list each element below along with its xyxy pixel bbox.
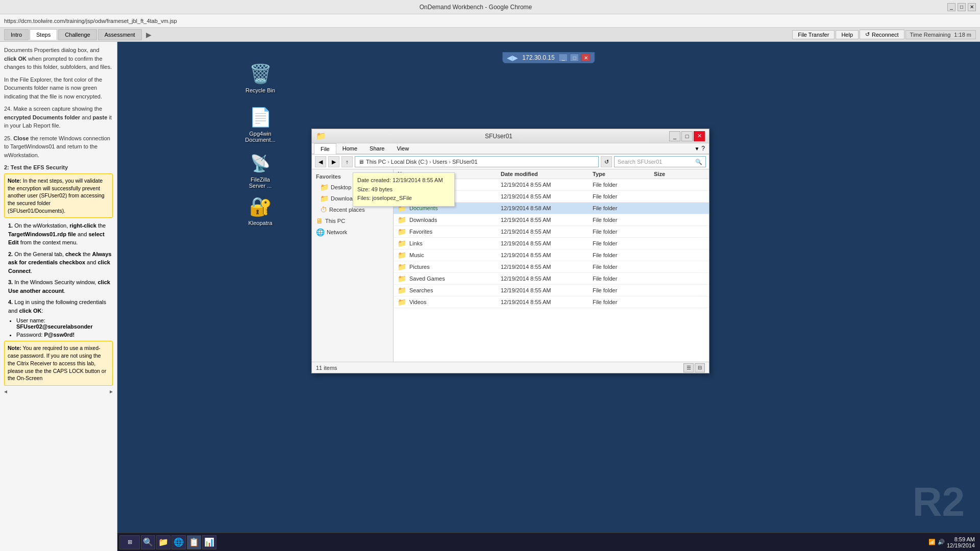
- window-minimize[interactable]: _: [669, 131, 680, 141]
- start-icon: ⊞: [128, 539, 132, 545]
- list-view-btn[interactable]: ☰: [683, 363, 694, 372]
- reconnect-icon: ↺: [865, 31, 870, 38]
- file-row-searches[interactable]: 📁Searches 12/19/2014 8:55 AM File folder: [394, 285, 709, 296]
- file-row-downloads[interactable]: 📁Downloads 12/19/2014 8:55 AM File folde…: [394, 214, 709, 226]
- searches-type: File folder: [593, 287, 654, 293]
- ribbon-tab-view[interactable]: View: [390, 143, 415, 154]
- file-row-music[interactable]: 📁Music 12/19/2014 8:55 AM File folder: [394, 249, 709, 261]
- view-buttons: ☰ ⊟: [683, 363, 705, 372]
- browser-maximize[interactable]: □: [958, 3, 966, 11]
- file-row-pictures[interactable]: 📁Pictures 12/19/2014 8:55 AM File folder: [394, 261, 709, 273]
- address-breadcrumb[interactable]: 🖥 This PC › Local Disk (C:) › Users › SF…: [355, 156, 599, 167]
- breadcrumb-users[interactable]: Users: [433, 159, 448, 165]
- ribbon-expand-icon[interactable]: ▼: [694, 146, 699, 152]
- tab-steps[interactable]: Steps: [30, 29, 57, 40]
- contacts-type: File folder: [593, 182, 654, 188]
- browser-titlebar: OnDemand Workbench - Google Chrome _ □ ✕: [0, 0, 980, 14]
- file-list: Name ▲ Date modified Type Size 📁Contacts…: [394, 169, 709, 362]
- col-date[interactable]: Date modified: [501, 171, 593, 177]
- explorer-addressbar: ◀ ▶ ↑ 🖥 This PC › Local Disk (C:) › User…: [312, 155, 709, 169]
- taskbar-file-explorer[interactable]: 📁: [156, 535, 170, 549]
- taskbar-search[interactable]: 🔍: [141, 535, 155, 549]
- ribbon-tab-file[interactable]: File: [314, 143, 336, 154]
- tray-sound-icon: 🔊: [938, 539, 945, 545]
- rdp-restore[interactable]: □: [570, 54, 579, 62]
- nav-this-pc-icon: 🖥: [316, 217, 323, 225]
- taskbar-tray: 📶 🔊 8:59 AM 12/19/2014: [925, 536, 978, 548]
- explorer-content: Favorites 📁 Desktop 📁 Downloads ⏱ Recent…: [312, 169, 709, 362]
- search-box[interactable]: Search SFUser01 🔍: [614, 156, 706, 167]
- scroll-arrows[interactable]: ◄ ►: [2, 388, 115, 395]
- file-row-favorites[interactable]: 📁Favorites 12/19/2014 8:55 AM File folde…: [394, 226, 709, 238]
- scroll-left[interactable]: ◄: [3, 389, 8, 394]
- favorites-folder-icon: 📁: [398, 228, 406, 236]
- taskbar-task4-icon: 📊: [204, 537, 214, 547]
- help-btn[interactable]: Help: [836, 30, 859, 39]
- saved-games-type: File folder: [593, 276, 654, 282]
- file-row-saved-games[interactable]: 📁Saved Games 12/19/2014 8:55 AM File fol…: [394, 273, 709, 285]
- favorites-name: Favorites: [409, 229, 432, 235]
- taskbar-task4[interactable]: 📊: [202, 535, 216, 549]
- music-type: File folder: [593, 252, 654, 258]
- filezilla-label: FileZilla Server ...: [242, 177, 279, 189]
- scroll-right[interactable]: ►: [109, 389, 114, 394]
- tab-assessment[interactable]: Assessment: [98, 29, 142, 40]
- taskbar: ⊞ 🔍 📁 🌐 📋 📊 📶 🔊 8:59 AM: [117, 533, 980, 551]
- pre-instructions: Documents Properties dialog box, and cli…: [2, 44, 115, 73]
- nav-network[interactable]: 🌐 Network: [312, 227, 393, 238]
- ribbon-tab-share[interactable]: Share: [363, 143, 390, 154]
- videos-type: File folder: [593, 299, 654, 305]
- breadcrumb-this-pc[interactable]: This PC: [366, 159, 386, 165]
- breadcrumb-local-disk[interactable]: Local Disk (C:): [391, 159, 428, 165]
- time-remaining-display: Time Remaining 1:18 m: [905, 30, 976, 39]
- col-size[interactable]: Size: [654, 171, 705, 177]
- browser-addressbar: https://dcm.toolwire.com/training/jsp/od…: [0, 14, 980, 28]
- col-type[interactable]: Type: [593, 171, 654, 177]
- gpg4win-icon[interactable]: 📄 Gpg4win Document...: [240, 103, 281, 145]
- window-close[interactable]: ✕: [694, 131, 705, 141]
- filezilla-icon[interactable]: 📡 FileZilla Server ...: [240, 149, 281, 191]
- ribbon-help-icon[interactable]: ?: [701, 145, 705, 152]
- ribbon-tab-home[interactable]: Home: [336, 143, 363, 154]
- nav-downloads-icon: 📁: [320, 194, 329, 203]
- tab-intro[interactable]: Intro: [4, 29, 29, 40]
- section-header: 2: Test the EFS Security: [2, 161, 115, 171]
- nav-forward[interactable]: ▶: [328, 156, 339, 167]
- pictures-type: File folder: [593, 264, 654, 270]
- downloads-date: 12/19/2014 8:55 AM: [501, 217, 593, 223]
- taskbar-ie[interactable]: 🌐: [172, 535, 186, 549]
- browser-url: https://dcm.toolwire.com/training/jsp/od…: [4, 18, 177, 24]
- reconnect-btn[interactable]: ↺ Reconnect: [860, 30, 904, 39]
- breadcrumb-icon: 🖥: [358, 159, 364, 165]
- taskbar-search-icon: 🔍: [143, 537, 153, 547]
- recycle-bin-icon[interactable]: 🗑️ Recycle Bin: [240, 60, 281, 95]
- browser-minimize[interactable]: _: [947, 3, 955, 11]
- window-maximize[interactable]: □: [681, 131, 693, 141]
- nav-this-pc[interactable]: 🖥 This PC: [312, 215, 393, 227]
- file-transfer-btn[interactable]: File Transfer: [792, 30, 835, 39]
- taskbar-task3[interactable]: 📋: [187, 535, 201, 549]
- taskbar-ie-icon: 🌐: [174, 537, 184, 547]
- file-row-links[interactable]: 📁Links 12/19/2014 8:55 AM File folder: [394, 238, 709, 249]
- file-row-videos[interactable]: 📁Videos 12/19/2014 8:55 AM File folder: [394, 296, 709, 308]
- links-type: File folder: [593, 240, 654, 246]
- videos-date: 12/19/2014 8:55 AM: [501, 299, 593, 305]
- nav-back[interactable]: ◀: [315, 156, 326, 167]
- tab-challenge[interactable]: Challenge: [58, 29, 97, 40]
- breadcrumb-sfuser01[interactable]: SFUser01: [452, 159, 478, 165]
- music-folder-icon: 📁: [398, 251, 406, 259]
- rdp-minimize[interactable]: _: [559, 54, 568, 62]
- username-item: User name: SFUser02@securelabsonder: [16, 316, 115, 331]
- rdp-close[interactable]: ✕: [581, 54, 591, 62]
- browser-close[interactable]: ✕: [968, 3, 976, 11]
- nav-up[interactable]: ↑: [341, 156, 353, 167]
- start-btn[interactable]: ⊞: [119, 535, 140, 549]
- nav-refresh[interactable]: ↺: [601, 156, 612, 167]
- window-folder-icon: 📁: [316, 131, 326, 141]
- detail-view-btn[interactable]: ⊟: [695, 363, 705, 372]
- kleopatra-icon[interactable]: 🔐 Kleopatra: [240, 192, 281, 228]
- pictures-date: 12/19/2014 8:55 AM: [501, 264, 593, 270]
- favorites-date: 12/19/2014 8:55 AM: [501, 229, 593, 235]
- toolbar-separator: ▶: [143, 31, 155, 39]
- search-icon[interactable]: 🔍: [695, 159, 702, 165]
